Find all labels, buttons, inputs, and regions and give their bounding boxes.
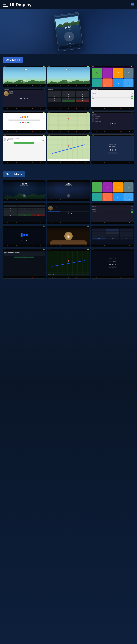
dial-1[interactable]: 1	[48, 91, 62, 93]
night-dial-8[interactable]: 8	[18, 210, 31, 212]
google-app-2[interactable]	[22, 122, 24, 123]
func-phone-1[interactable]: 📞	[7, 85, 8, 86]
func-auto-1[interactable]: 🚗	[32, 85, 33, 86]
dial-3[interactable]: 3	[76, 91, 89, 93]
day-pause-1[interactable]: ⏸	[22, 80, 26, 83]
dial-9[interactable]: 9	[76, 96, 89, 97]
app-music[interactable]: ♪	[102, 68, 112, 78]
social-next[interactable]: ⏭	[114, 123, 116, 124]
night-pause-2[interactable]: ⏸	[67, 194, 70, 198]
hero-next[interactable]: ⏭	[72, 42, 74, 44]
func-app-auto[interactable]: 🚗	[120, 85, 122, 86]
night-pause-1[interactable]: ⏸	[22, 194, 26, 198]
night-next-2[interactable]: ⏭	[71, 195, 72, 197]
night-nav-left[interactable]: ←	[92, 232, 106, 234]
dial-2[interactable]: 2	[62, 91, 75, 93]
settings-auto-connect-toggle[interactable]	[131, 96, 133, 97]
np-prev[interactable]: ⏮	[109, 149, 111, 151]
night-dial-4[interactable]: 4	[4, 208, 17, 210]
bt-prev[interactable]: ⏮	[20, 98, 22, 100]
func-email-1[interactable]: ✉	[16, 85, 17, 86]
night-dial-3[interactable]: 3	[31, 205, 45, 207]
np-night-next[interactable]: ⏭	[115, 263, 116, 265]
day-pause-2[interactable]: ⏸	[67, 80, 70, 83]
dial-4[interactable]: 4	[48, 93, 62, 95]
night-prev-2[interactable]: ⏮	[64, 195, 66, 197]
night-nav-btn3[interactable]: POI	[120, 238, 133, 240]
func-app-set[interactable]: ⚙	[129, 85, 130, 86]
night-app-phone[interactable]: 📞	[92, 182, 102, 192]
dial-0[interactable]: 0	[62, 98, 75, 100]
waveform-play[interactable]: ▶	[24, 239, 25, 241]
func-phone-2[interactable]: 📞	[52, 85, 53, 86]
google-app-3[interactable]	[24, 122, 26, 123]
night-dial-0[interactable]: 0	[18, 212, 31, 214]
func-set-2[interactable]: ⚙	[85, 85, 86, 86]
bt-next[interactable]: ⏭	[26, 98, 28, 100]
night-app-telegram[interactable]: ✈	[92, 193, 102, 201]
google-app-4[interactable]	[27, 122, 29, 123]
night-dial-6[interactable]: 6	[31, 208, 45, 210]
np-next[interactable]: ⏭	[115, 149, 116, 151]
hero-play[interactable]: ▶	[69, 42, 71, 44]
hero-player-circle[interactable]: ⏸	[64, 31, 75, 42]
func-app-phone[interactable]: 📞	[96, 85, 97, 86]
dial-end[interactable]: 📵	[76, 100, 89, 102]
hero-func-auto[interactable]: 🚗	[79, 45, 80, 46]
app-carplay[interactable]: 🚗	[102, 78, 112, 87]
np-night-prev[interactable]: ⏮	[109, 263, 111, 265]
hero-func-phone[interactable]: 📞	[61, 47, 62, 48]
func-email-2[interactable]: ✉	[60, 85, 61, 86]
night-dial-1[interactable]: 1	[4, 205, 17, 207]
night-nav-up[interactable]: ↑	[106, 228, 120, 231]
night-dial-7[interactable]: 7	[4, 210, 17, 212]
waveform-prev[interactable]: ⏮	[21, 239, 22, 241]
night-dial-star[interactable]: *	[4, 212, 17, 214]
dial-del[interactable]: ⌫	[48, 100, 62, 102]
waveform-next[interactable]: ⏭	[26, 239, 27, 241]
night-prev-1[interactable]: ⏮	[20, 195, 22, 197]
social-item-1[interactable]: ♪ 华乐_33SE.mp3	[92, 115, 134, 117]
hero-func-email[interactable]: ✉	[66, 47, 66, 48]
app-phone[interactable]: 📞	[92, 68, 102, 78]
bt-night-play[interactable]: ⏸	[68, 212, 69, 214]
night-nav-bl[interactable]: ↙	[92, 234, 106, 237]
day-prev-2[interactable]: ⏮	[64, 80, 66, 82]
night-settings-auto-connect-toggle[interactable]	[131, 211, 133, 212]
dial-7[interactable]: 7	[48, 96, 62, 97]
night-nav-btn2[interactable]: MAP	[106, 238, 120, 240]
day-next-1[interactable]: ⏭	[27, 80, 28, 82]
settings-power-toggle[interactable]	[131, 98, 133, 99]
night-dial-5[interactable]: 5	[18, 208, 31, 210]
night-app-music[interactable]: ♪	[102, 182, 112, 192]
hero-func-settings[interactable]: ⚙	[75, 46, 75, 46]
app-telegram[interactable]: ✈	[92, 78, 102, 87]
np-night-play[interactable]: ▶	[112, 263, 114, 265]
dial-hash[interactable]: #	[76, 98, 89, 100]
night-nav-btn1[interactable]: NAVI	[92, 238, 106, 240]
func-auto-2[interactable]: 🚗	[76, 85, 77, 86]
night-next-1[interactable]: ⏭	[27, 195, 28, 197]
google-search-bar[interactable]: 🔍 Search...	[8, 119, 40, 120]
night-settings-auto-answer-toggle[interactable]	[131, 209, 133, 210]
func-app-email[interactable]: ✉	[104, 85, 105, 86]
app-bt2[interactable]: 🔷	[124, 78, 134, 87]
day-next-2[interactable]: ⏭	[71, 80, 72, 82]
social-item-3[interactable]: ♪ 华乐_33SE_91.mp3	[92, 120, 134, 122]
social-item-2[interactable]: ♪ 宝贝_2019E.mp3	[92, 118, 134, 120]
bt-night-prev[interactable]: ⏮	[64, 212, 66, 214]
night-app-bt2[interactable]: 🔷	[124, 193, 134, 201]
hero-prev[interactable]: ⏮	[67, 43, 69, 45]
night-app-settings[interactable]: ⚙	[124, 182, 134, 192]
day-prev-1[interactable]: ⏮	[20, 80, 22, 82]
dial-star[interactable]: *	[48, 98, 62, 100]
bt-play[interactable]: ⏸	[23, 98, 25, 100]
night-dial-2[interactable]: 2	[18, 205, 31, 207]
hero-func-music[interactable]: ♪	[70, 46, 71, 47]
night-settings-power-toggle[interactable]	[131, 212, 133, 213]
func-music-2[interactable]: ♪	[68, 85, 69, 86]
dial-5[interactable]: 5	[62, 93, 75, 95]
google-app-1[interactable]	[20, 122, 21, 123]
night-nav-tr[interactable]: ↗	[120, 228, 133, 231]
nav-icon[interactable]: ☰	[131, 3, 134, 7]
